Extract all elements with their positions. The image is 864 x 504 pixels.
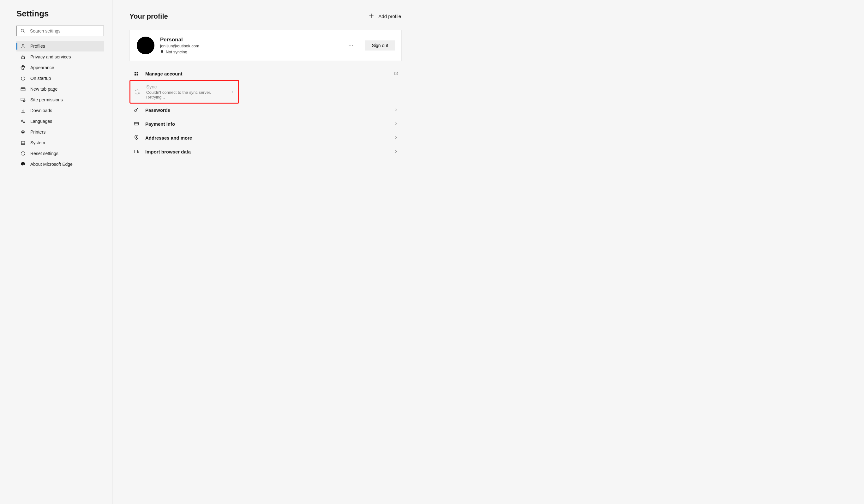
add-profile-label: Add profile bbox=[378, 14, 401, 19]
sidebar-item-reset[interactable]: Reset settings bbox=[16, 148, 104, 159]
reset-icon bbox=[20, 151, 26, 156]
chevron-right-icon bbox=[229, 89, 236, 95]
lock-icon bbox=[20, 54, 26, 60]
svg-point-0 bbox=[21, 29, 24, 32]
sidebar-item-label: New tab page bbox=[30, 86, 58, 92]
manage-account-icon bbox=[133, 70, 140, 77]
svg-point-4 bbox=[22, 67, 22, 68]
permissions-icon bbox=[20, 97, 26, 103]
sidebar-item-privacy[interactable]: Privacy and services bbox=[16, 51, 104, 62]
chevron-right-icon bbox=[393, 121, 399, 127]
row-label: Addresses and more bbox=[145, 135, 387, 141]
external-link-icon bbox=[393, 70, 399, 77]
sidebar-item-about[interactable]: About Microsoft Edge bbox=[16, 159, 104, 170]
svg-point-30 bbox=[136, 136, 137, 138]
settings-sidebar: Settings Profiles Privacy and services A… bbox=[0, 0, 112, 504]
row-label: Passwords bbox=[145, 107, 387, 113]
row-label: Import browser data bbox=[145, 149, 387, 154]
profile-info: Personal jonlijun@outlook.com Not syncin… bbox=[160, 37, 340, 54]
person-icon bbox=[20, 43, 26, 49]
svg-line-1 bbox=[23, 32, 24, 33]
svg-point-19 bbox=[161, 50, 163, 53]
profile-card: Personal jonlijun@outlook.com Not syncin… bbox=[130, 30, 402, 61]
location-icon bbox=[133, 134, 140, 141]
row-label: Sync bbox=[146, 84, 224, 89]
sidebar-item-label: Privacy and services bbox=[30, 54, 71, 59]
profile-sync-status: Not syncing bbox=[160, 50, 340, 54]
printer-icon bbox=[20, 129, 26, 135]
sidebar-item-label: Downloads bbox=[30, 108, 52, 113]
svg-point-20 bbox=[349, 45, 349, 45]
main-content: Your profile Add profile Personal jonlij… bbox=[112, 0, 864, 504]
row-passwords[interactable]: Passwords bbox=[130, 103, 402, 117]
svg-rect-26 bbox=[137, 74, 138, 75]
plus-icon bbox=[368, 13, 374, 20]
tab-icon bbox=[20, 86, 26, 92]
sidebar-item-printers[interactable]: Printers bbox=[16, 127, 104, 137]
chevron-right-icon bbox=[393, 107, 399, 113]
sidebar-item-label: Appearance bbox=[30, 65, 54, 70]
svg-rect-3 bbox=[22, 57, 25, 59]
card-icon bbox=[133, 121, 140, 127]
search-icon bbox=[20, 28, 25, 34]
highlight-annotation: Sync Couldn't connect to the sync server… bbox=[130, 80, 402, 104]
svg-point-6 bbox=[23, 66, 24, 67]
chevron-right-icon bbox=[393, 134, 399, 141]
row-import-data[interactable]: Import browser data bbox=[130, 145, 402, 158]
import-icon bbox=[133, 148, 140, 155]
svg-point-27 bbox=[134, 110, 136, 111]
svg-rect-24 bbox=[137, 72, 138, 73]
svg-point-22 bbox=[352, 45, 353, 45]
svg-rect-13 bbox=[22, 131, 25, 133]
row-payment-info[interactable]: Payment info bbox=[130, 117, 402, 131]
sidebar-item-label: Languages bbox=[30, 119, 52, 124]
sidebar-item-startup[interactable]: On startup bbox=[16, 73, 104, 84]
sidebar-item-label: Profiles bbox=[30, 44, 45, 49]
sync-status-text: Not syncing bbox=[166, 50, 187, 54]
sidebar-item-label: About Microsoft Edge bbox=[30, 162, 73, 167]
svg-rect-10 bbox=[21, 98, 24, 101]
profile-email: jonlijun@outlook.com bbox=[160, 44, 340, 48]
sidebar-item-label: Printers bbox=[30, 130, 46, 134]
avatar bbox=[137, 37, 154, 54]
sidebar-item-label: Site permissions bbox=[30, 97, 63, 102]
edge-icon bbox=[20, 161, 26, 167]
row-label: Payment info bbox=[145, 121, 387, 127]
sidebar-item-label: Reset settings bbox=[30, 151, 58, 156]
row-sync[interactable]: Sync Couldn't connect to the sync server… bbox=[130, 81, 238, 103]
svg-rect-7 bbox=[21, 88, 25, 91]
sidebar-title: Settings bbox=[16, 9, 104, 19]
power-icon bbox=[20, 75, 26, 81]
svg-rect-31 bbox=[134, 150, 138, 153]
sidebar-item-label: On startup bbox=[30, 76, 51, 81]
sidebar-nav: Profiles Privacy and services Appearance… bbox=[16, 41, 104, 170]
sidebar-item-downloads[interactable]: Downloads bbox=[16, 105, 104, 116]
svg-rect-15 bbox=[22, 142, 25, 144]
row-label: Manage account bbox=[145, 71, 387, 76]
sign-out-button[interactable]: Sign out bbox=[365, 40, 395, 50]
svg-rect-23 bbox=[134, 72, 136, 73]
language-icon bbox=[20, 118, 26, 124]
svg-rect-28 bbox=[134, 122, 139, 125]
sidebar-item-appearance[interactable]: Appearance bbox=[16, 62, 104, 73]
sidebar-item-system[interactable]: System bbox=[16, 137, 104, 148]
download-icon bbox=[20, 108, 26, 113]
palette-icon bbox=[20, 65, 26, 70]
sync-icon bbox=[134, 89, 141, 95]
sidebar-item-site-permissions[interactable]: Site permissions bbox=[16, 94, 104, 105]
row-manage-account[interactable]: Manage account bbox=[130, 67, 402, 81]
search-input-container bbox=[16, 26, 104, 36]
search-input[interactable] bbox=[16, 26, 104, 36]
sidebar-item-newtab[interactable]: New tab page bbox=[16, 84, 104, 94]
sidebar-item-profiles[interactable]: Profiles bbox=[16, 41, 104, 51]
svg-point-5 bbox=[22, 66, 23, 67]
sidebar-item-languages[interactable]: Languages bbox=[16, 116, 104, 127]
add-profile-button[interactable]: Add profile bbox=[368, 11, 402, 22]
laptop-icon bbox=[20, 140, 26, 146]
svg-point-21 bbox=[350, 45, 351, 45]
row-addresses[interactable]: Addresses and more bbox=[130, 131, 402, 145]
more-icon bbox=[348, 42, 354, 49]
profile-more-button[interactable] bbox=[346, 41, 356, 50]
svg-rect-25 bbox=[134, 74, 136, 75]
sync-status-icon bbox=[160, 50, 164, 54]
